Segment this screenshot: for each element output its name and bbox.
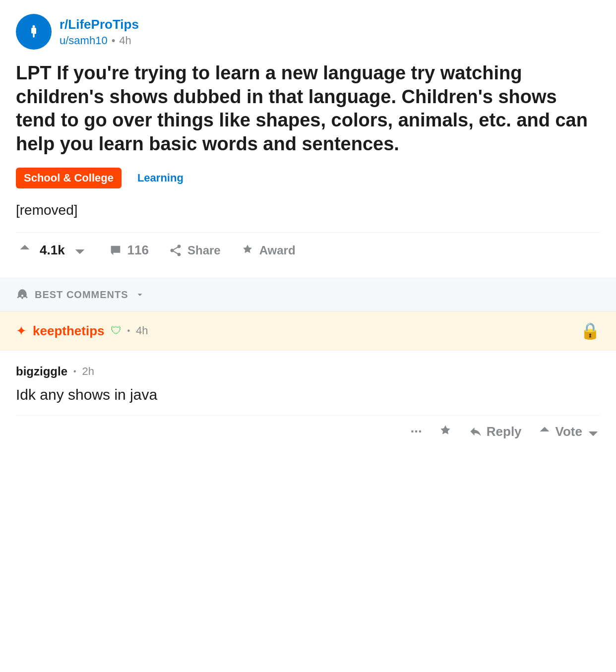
more-options-button[interactable]: ··· bbox=[410, 424, 422, 439]
post-info: u/samh10 • 4h bbox=[60, 34, 139, 47]
mod-icon: ✦ bbox=[16, 323, 27, 339]
vote-section: 4.1k bbox=[16, 241, 89, 260]
vote-up-icon bbox=[538, 425, 552, 438]
post-container: r/LifeProTips u/samh10 • 4h LPT If you'r… bbox=[0, 0, 616, 278]
keepthetips-username[interactable]: keepthetips bbox=[33, 323, 105, 339]
tag-school-college[interactable]: School & College bbox=[16, 168, 122, 188]
rocket-icon bbox=[16, 288, 29, 301]
downvote-icon bbox=[73, 243, 87, 256]
keepthetips-left: ✦ keepthetips 🛡 • 4h bbox=[16, 323, 148, 339]
post-header: r/LifeProTips u/samh10 • 4h bbox=[16, 14, 600, 50]
downvote-button[interactable] bbox=[71, 241, 89, 260]
vote-count: 4.1k bbox=[40, 243, 65, 258]
share-button[interactable]: Share bbox=[169, 244, 221, 257]
post-time: 4h bbox=[119, 34, 131, 47]
award-icon bbox=[241, 244, 254, 257]
comment-icon bbox=[109, 244, 123, 257]
comment-count: 116 bbox=[127, 243, 149, 258]
award-comment-icon bbox=[438, 424, 453, 439]
award-button[interactable]: Award bbox=[241, 244, 296, 257]
award-comment-button[interactable] bbox=[438, 424, 453, 439]
share-icon bbox=[169, 244, 183, 257]
username[interactable]: u/samh10 bbox=[60, 34, 108, 47]
lock-icon: 🔒 bbox=[580, 321, 600, 340]
comment-body: Idk any shows in java bbox=[16, 384, 600, 405]
comment-time: 2h bbox=[82, 365, 94, 378]
reply-button[interactable]: Reply bbox=[469, 424, 522, 439]
tags-row: School & College Learning bbox=[16, 168, 600, 188]
comment-action-bar: ··· Reply Vote bbox=[16, 415, 600, 439]
best-comments-label: BEST COMMENTS bbox=[35, 289, 128, 301]
chevron-down-icon[interactable] bbox=[134, 289, 145, 300]
comments-button[interactable]: 116 bbox=[109, 243, 149, 258]
keepthetips-time: 4h bbox=[136, 324, 148, 337]
share-label: Share bbox=[187, 244, 221, 257]
upvote-icon bbox=[18, 243, 32, 256]
keepthetips-comment-row: ✦ keepthetips 🛡 • 4h 🔒 bbox=[0, 311, 616, 351]
post-meta: r/LifeProTips u/samh10 • 4h bbox=[60, 17, 139, 47]
shield-icon: 🛡 bbox=[111, 324, 122, 337]
removed-text: [removed] bbox=[16, 202, 600, 218]
best-comments-bar: BEST COMMENTS bbox=[0, 278, 616, 311]
post-title: LPT If you're trying to learn a new lang… bbox=[16, 61, 600, 156]
reply-label: Reply bbox=[487, 424, 522, 439]
vote-down-icon bbox=[586, 425, 600, 438]
vote-label: Vote bbox=[555, 424, 582, 439]
more-options-label: ··· bbox=[410, 424, 422, 439]
subreddit-name[interactable]: r/LifeProTips bbox=[60, 17, 139, 32]
upvote-button[interactable] bbox=[16, 241, 34, 260]
tag-learning[interactable]: Learning bbox=[129, 168, 191, 188]
vote-comment-button[interactable]: Vote bbox=[538, 424, 600, 439]
subreddit-avatar[interactable] bbox=[16, 14, 52, 50]
comment-user-row: bigziggle • 2h bbox=[16, 365, 600, 378]
reply-icon bbox=[469, 425, 483, 438]
comment-bigziggle: bigziggle • 2h Idk any shows in java ···… bbox=[0, 351, 616, 453]
award-label: Award bbox=[259, 244, 296, 257]
comment-username[interactable]: bigziggle bbox=[16, 365, 67, 378]
post-action-bar: 4.1k 116 Share Award bbox=[16, 232, 600, 268]
